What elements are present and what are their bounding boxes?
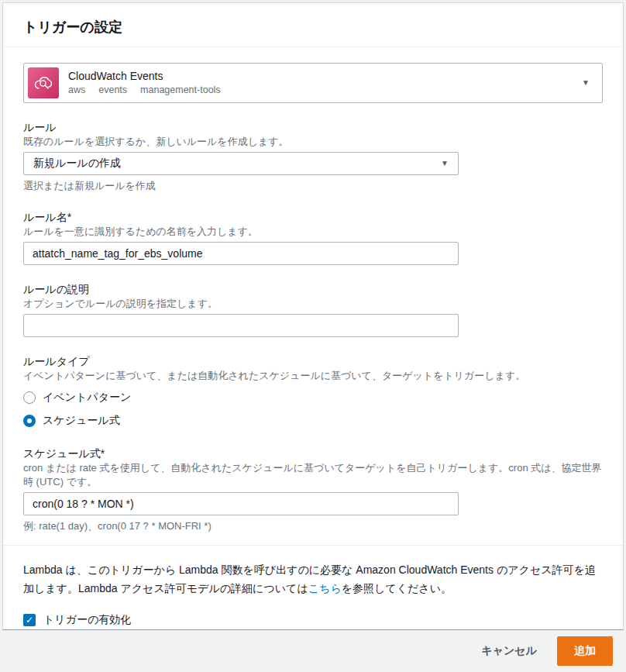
schedule-label: スケジュール式* xyxy=(23,446,603,461)
cancel-button[interactable]: キャンセル xyxy=(481,644,537,658)
checkbox-checked-icon[interactable]: ✓ xyxy=(23,614,36,626)
rule-select-value: 新規ルールの作成 xyxy=(33,157,441,171)
radio-event-pattern-label: イベントパターン xyxy=(43,391,131,405)
enable-trigger-label: トリガーの有効化 xyxy=(43,613,131,627)
rule-name-input[interactable] xyxy=(23,242,459,265)
rule-description-text: 既存のルールを選択するか、新しいルールを作成します。 xyxy=(23,135,603,149)
rule-type-description: イベントパターンに基づいて、または自動化されたスケジュールに基づいて、ターゲット… xyxy=(23,369,603,383)
service-tag: aws xyxy=(68,84,85,97)
dialog-footer: キャンセル 追加 xyxy=(2,630,624,672)
rule-label: ルール xyxy=(23,119,603,135)
page-title: トリガーの設定 xyxy=(23,18,603,36)
chevron-down-icon: ▼ xyxy=(582,79,590,87)
rule-helper-text: 選択または新規ルールを作成 xyxy=(23,179,603,193)
rule-name-description: ルールを一意に識別するための名前を入力します。 xyxy=(23,225,603,239)
radio-checked-icon xyxy=(23,415,36,427)
rule-description-label: ルールの説明 xyxy=(23,281,603,297)
service-text: CloudWatch Events aws events management-… xyxy=(68,69,582,97)
rule-select[interactable]: 新規ルールの作成 ▼ xyxy=(23,152,459,175)
page: トリガーの設定 CloudWatch Events aws events xyxy=(0,0,626,672)
radio-event-pattern[interactable]: イベントパターン xyxy=(23,389,603,406)
add-button[interactable]: 追加 xyxy=(557,636,613,666)
schedule-field: スケジュール式* cron または rate 式を使用して、自動化されたスケジュ… xyxy=(23,446,603,533)
service-tags: aws events management-tools xyxy=(68,84,582,97)
permissions-note: Lambda は、このトリガーから Lambda 関数を呼び出すのに必要な Am… xyxy=(23,560,603,598)
permissions-note-text: を参照してください。 xyxy=(342,582,452,594)
service-tag: events xyxy=(98,84,127,97)
rule-name-label: ルール名* xyxy=(23,209,603,225)
enable-trigger-checkbox-row[interactable]: ✓ トリガーの有効化 xyxy=(23,612,603,628)
cloudwatch-events-icon xyxy=(28,67,59,98)
section-divider xyxy=(3,545,623,546)
rule-description-input[interactable] xyxy=(23,314,459,337)
rule-name-field: ルール名* ルールを一意に識別するための名前を入力します。 xyxy=(23,209,603,265)
schedule-expression-input[interactable] xyxy=(23,492,459,515)
dialog-header: トリガーの設定 xyxy=(3,3,623,47)
service-tag: management-tools xyxy=(140,84,221,97)
rule-description-description: オプションでルールの説明を指定します。 xyxy=(23,297,603,311)
service-name: CloudWatch Events xyxy=(68,69,582,84)
radio-schedule-expression-label: スケジュール式 xyxy=(43,414,120,428)
learn-more-link[interactable]: こちら xyxy=(308,582,342,594)
radio-unchecked-icon xyxy=(23,391,36,404)
rule-type-label: ルールタイプ xyxy=(23,353,603,369)
schedule-description: cron または rate 式を使用して、自動化されたスケジュールに基づいてター… xyxy=(23,461,603,489)
dialog-content: CloudWatch Events aws events management-… xyxy=(3,47,623,630)
trigger-service-select[interactable]: CloudWatch Events aws events management-… xyxy=(23,63,603,103)
rule-field: ルール 既存のルールを選択するか、新しいルールを作成します。 新規ルールの作成 … xyxy=(23,119,603,193)
chevron-down-icon: ▼ xyxy=(441,160,449,167)
schedule-helper-text: 例: rate(1 day)、cron(0 17 ? * MON-FRI *) xyxy=(23,519,603,533)
rule-description-field: ルールの説明 オプションでルールの説明を指定します。 xyxy=(23,281,603,337)
radio-schedule-expression[interactable]: スケジュール式 xyxy=(23,412,603,429)
trigger-config-dialog: トリガーの設定 CloudWatch Events aws events xyxy=(2,2,624,630)
rule-type-field: ルールタイプ イベントパターンに基づいて、または自動化されたスケジュールに基づい… xyxy=(23,353,603,429)
